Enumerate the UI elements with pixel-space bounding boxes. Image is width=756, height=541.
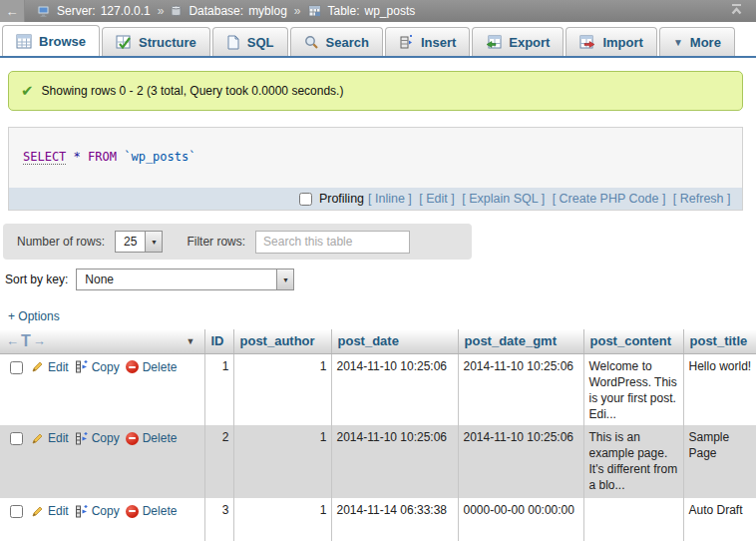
delete-row-link[interactable]: Delete bbox=[126, 359, 178, 375]
server-link[interactable]: 127.0.0.1 bbox=[101, 4, 151, 18]
sort-by-key-select[interactable]: None ▼ bbox=[76, 269, 294, 290]
row-checkbox[interactable] bbox=[10, 505, 23, 518]
column-header-id[interactable]: ID bbox=[204, 329, 233, 353]
database-icon bbox=[171, 5, 182, 17]
transpose-control[interactable]: ← T → bbox=[6, 333, 46, 348]
column-header-post-content[interactable]: post_content bbox=[583, 329, 683, 353]
filter-rows-label: Filter rows: bbox=[187, 235, 245, 249]
edit-label: Edit bbox=[48, 430, 69, 446]
tab-browse[interactable]: Browse bbox=[2, 25, 100, 56]
scroll-to-top-button[interactable] bbox=[729, 3, 744, 19]
column-header-post-author[interactable]: post_author bbox=[233, 329, 331, 353]
arrow-left-icon: ← bbox=[6, 333, 19, 348]
tab-label: Import bbox=[602, 35, 642, 50]
column-header-post-date[interactable]: post_date bbox=[331, 329, 458, 353]
tab-label: Structure bbox=[139, 35, 196, 50]
cell-id: 2 bbox=[204, 425, 233, 498]
copy-row-link[interactable]: Copy bbox=[75, 430, 120, 446]
options-toggle-link[interactable]: + Options bbox=[8, 309, 78, 323]
pencil-icon bbox=[31, 432, 44, 445]
breadcrumb-separator: » bbox=[294, 4, 301, 18]
server-label: Server: bbox=[57, 4, 96, 18]
copy-label: Copy bbox=[92, 430, 120, 446]
tab-more[interactable]: ▼ More bbox=[659, 27, 735, 56]
tab-import[interactable]: Import bbox=[566, 27, 656, 56]
table-tab-bar: Browse Structure SQL Search Insert Expor… bbox=[0, 22, 756, 58]
cell-post-date-gmt: 0000-00-00 00:00:00 bbox=[458, 498, 583, 541]
breadcrumb-bar: ← Server: 127.0.0.1 » Database: myblog »… bbox=[0, 0, 756, 22]
refresh-link[interactable]: Refresh bbox=[673, 192, 734, 206]
tab-label: SQL bbox=[247, 35, 274, 50]
edit-row-link[interactable]: Edit bbox=[31, 430, 69, 446]
cell-post-content: This is an example page. It's different … bbox=[583, 425, 683, 498]
edit-label: Edit bbox=[48, 503, 69, 519]
number-of-rows-label: Number of rows: bbox=[17, 235, 105, 249]
delete-label: Delete bbox=[143, 430, 178, 446]
cell-post-title: Sample Page bbox=[683, 425, 756, 498]
structure-icon bbox=[116, 35, 132, 50]
sql-query-box: SELECT * FROM `wp_posts` Profiling Inlin… bbox=[8, 127, 743, 211]
inline-link[interactable]: Inline bbox=[368, 192, 415, 206]
chevron-down-icon: ▼ bbox=[276, 270, 293, 289]
results-header-row: ← T → ▼ ID post_author post_date post_da… bbox=[0, 329, 756, 353]
profiling-checkbox[interactable] bbox=[299, 193, 312, 206]
cell-post-content: Welcome to WordPress. This is your first… bbox=[583, 353, 683, 425]
tab-sql[interactable]: SQL bbox=[212, 27, 288, 56]
column-header-post-date-gmt[interactable]: post_date_gmt bbox=[458, 329, 583, 353]
nav-panel-back-button[interactable]: ← bbox=[0, 0, 25, 22]
browse-icon bbox=[16, 34, 32, 49]
sql-query: SELECT * FROM `wp_posts` bbox=[9, 128, 742, 188]
copy-icon bbox=[75, 432, 88, 445]
tab-export[interactable]: Export bbox=[472, 27, 564, 56]
success-message: ✔ Showing rows 0 - 2 (3 total, Query too… bbox=[8, 71, 743, 111]
edit-query-link[interactable]: Edit bbox=[419, 192, 458, 206]
delete-row-link[interactable]: Delete bbox=[126, 430, 178, 446]
explain-sql-link[interactable]: Explain SQL bbox=[462, 192, 548, 206]
tab-search[interactable]: Search bbox=[290, 27, 383, 56]
number-of-rows-select[interactable]: 25 ▼ bbox=[115, 231, 163, 253]
database-label: Database: bbox=[189, 4, 243, 18]
sql-keyword-from: FROM bbox=[88, 150, 117, 164]
column-header-post-title[interactable]: post_title bbox=[683, 329, 756, 353]
insert-icon bbox=[399, 35, 414, 50]
cell-post-author: 1 bbox=[233, 353, 331, 425]
actions-header-cell: ← T → ▼ bbox=[0, 329, 204, 353]
sort-by-key-value: None bbox=[77, 270, 276, 289]
copy-icon bbox=[75, 360, 88, 373]
arrow-right-icon: → bbox=[33, 333, 46, 348]
tab-insert[interactable]: Insert bbox=[385, 27, 470, 56]
cell-post-content bbox=[583, 498, 683, 541]
cell-post-date-gmt: 2014-11-10 10:25:06 bbox=[458, 353, 583, 425]
table-row: Edit Copy Delete 3 1 2014-11-14 06:33:38… bbox=[0, 498, 756, 541]
filter-rows-input[interactable] bbox=[255, 231, 410, 254]
cell-id: 1 bbox=[204, 353, 233, 425]
tab-label: Insert bbox=[421, 35, 456, 50]
column-visibility-caret-icon[interactable]: ▼ bbox=[187, 336, 195, 346]
copy-row-link[interactable]: Copy bbox=[75, 359, 120, 375]
cell-post-title: Hello world! bbox=[683, 353, 756, 425]
copy-row-link[interactable]: Copy bbox=[75, 503, 120, 519]
delete-row-link[interactable]: Delete bbox=[126, 503, 178, 519]
sql-keyword-select[interactable]: SELECT bbox=[23, 150, 66, 165]
edit-row-link[interactable]: Edit bbox=[31, 359, 69, 375]
delete-icon bbox=[126, 432, 139, 445]
table-link[interactable]: wp_posts bbox=[365, 4, 416, 18]
tab-structure[interactable]: Structure bbox=[102, 27, 210, 56]
row-checkbox[interactable] bbox=[10, 432, 23, 445]
back-arrow-icon: ← bbox=[6, 4, 19, 19]
tab-label: Browse bbox=[39, 34, 86, 49]
profiling-label: Profiling bbox=[319, 192, 364, 206]
breadcrumb-separator: » bbox=[158, 4, 165, 18]
more-caret-icon: ▼ bbox=[673, 37, 683, 48]
edit-row-link[interactable]: Edit bbox=[31, 503, 69, 519]
database-link[interactable]: myblog bbox=[248, 4, 287, 18]
sql-table-identifier: `wp_posts` bbox=[124, 150, 195, 164]
create-php-code-link[interactable]: Create PHP Code bbox=[553, 192, 669, 206]
tab-label: Export bbox=[509, 35, 550, 50]
cell-id: 3 bbox=[204, 498, 233, 541]
row-checkbox[interactable] bbox=[10, 361, 23, 374]
cell-post-date: 2014-11-10 10:25:06 bbox=[331, 353, 458, 425]
sql-tools-bar: Profiling Inline Edit Explain SQL Create… bbox=[9, 188, 742, 210]
cell-post-date-gmt: 2014-11-10 10:25:06 bbox=[458, 425, 583, 498]
search-icon bbox=[304, 35, 319, 50]
